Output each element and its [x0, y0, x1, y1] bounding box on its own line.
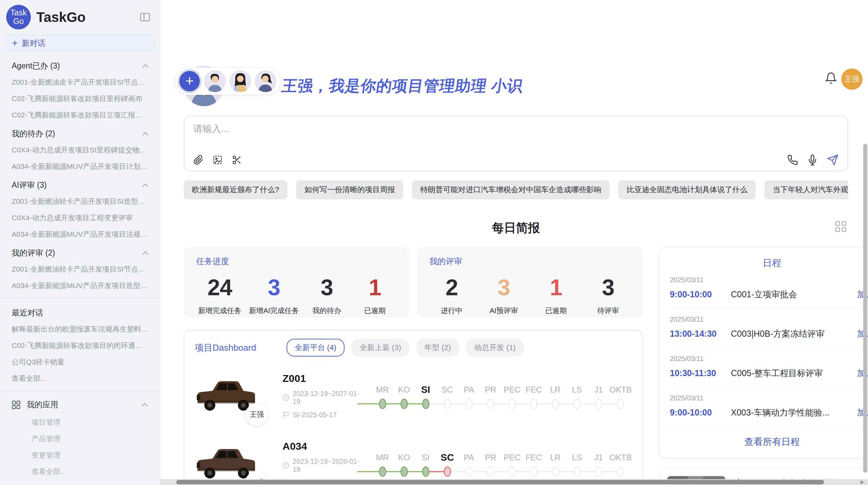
- event-date: 2025/03/11: [670, 315, 868, 323]
- milestone-dot[interactable]: [379, 399, 386, 409]
- sidebar-item-cloud-space[interactable]: 我的云空间: [0, 480, 160, 485]
- suggestion-chip[interactable]: 如何写一份清晰的项目周报: [296, 180, 403, 199]
- suggestion-chip[interactable]: 比亚迪全固态电池计划具体说了什么: [618, 180, 756, 199]
- list-item[interactable]: C0X4-动力总成开发项目SI里程碑提交物检查: [0, 142, 160, 158]
- sidebar-collapse-icon[interactable]: [139, 11, 151, 23]
- section-my-todo[interactable]: 我的待办 (2): [0, 123, 160, 142]
- list-item[interactable]: Z001-全新燃油轻卡产品开发项目SI造型提交物评审: [0, 193, 160, 210]
- app-link-project[interactable]: 项目管理: [0, 414, 160, 431]
- milestone-dot[interactable]: [465, 467, 472, 477]
- app-title: TaskGo: [36, 10, 139, 25]
- section-ai-review[interactable]: AI评审 (3): [0, 175, 160, 193]
- milestone-dot[interactable]: [617, 467, 624, 477]
- milestone-dot[interactable]: [379, 467, 386, 477]
- stat: 3 新增AI完成任务: [249, 274, 299, 315]
- project-owner-badge: 王强: [245, 403, 268, 426]
- stat-label: 已逾期: [355, 306, 395, 315]
- tab-new-body[interactable]: 全新上装 (3): [351, 339, 409, 357]
- milestone-label: KO: [393, 382, 415, 398]
- milestone-dot[interactable]: [552, 399, 559, 409]
- send-icon[interactable]: [827, 154, 839, 166]
- apps-view-all[interactable]: 查看全部...: [0, 463, 160, 480]
- milestone-dot[interactable]: [595, 467, 602, 477]
- milestone-dot[interactable]: [552, 467, 559, 477]
- notifications-bell-icon[interactable]: [825, 72, 837, 86]
- milestone-dot[interactable]: [422, 399, 429, 409]
- milestone-dot[interactable]: [444, 467, 451, 477]
- suggestion-chip[interactable]: 欧洲新规最近颁布了什么?: [184, 180, 287, 199]
- user-avatar[interactable]: 王强: [841, 69, 863, 90]
- suggestion-chip[interactable]: 当下年轻人对汽车外观有怎样的喜好趋势: [764, 180, 848, 199]
- list-item[interactable]: C02-飞腾新能源轻客改款项目的闭环通告反馈情况: [0, 337, 160, 354]
- milestone-dot[interactable]: [508, 399, 516, 409]
- sidebar-item-my-apps[interactable]: 我的应用: [0, 395, 160, 414]
- list-item[interactable]: 公司Q3轻卡销量: [0, 354, 160, 370]
- list-item[interactable]: Z001-全新燃油轻卡产品开发项目SI节点属性5D文件评审: [0, 261, 160, 277]
- phone-call-icon[interactable]: [787, 154, 798, 165]
- plus-icon: +: [12, 38, 17, 48]
- milestone-dot[interactable]: [400, 399, 408, 409]
- list-item[interactable]: A034-全新新能源MUV产品开发项目造型可行性评审: [0, 277, 160, 294]
- milestone-dot[interactable]: [574, 467, 581, 477]
- view-all-schedule-link[interactable]: 查看所有日程: [670, 436, 868, 448]
- scissors-icon[interactable]: [232, 155, 242, 165]
- milestone-dot[interactable]: [422, 467, 429, 477]
- stat: 24 新增完成任务: [198, 274, 241, 315]
- chevron-up-icon: [142, 132, 149, 136]
- avatar[interactable]: [255, 70, 277, 92]
- tab-new-platform[interactable]: 全新平台 (4): [287, 339, 345, 357]
- suggestion-chip[interactable]: 特朗普可能对进口汽车增税会对中国车企造成哪些影响: [412, 180, 610, 199]
- app-link-product[interactable]: 产品管理: [0, 431, 160, 447]
- milestone-dot[interactable]: [617, 399, 624, 409]
- app-logo: Task Go: [6, 5, 31, 29]
- list-item[interactable]: 解释最新出台的欧盟报废车法规再生塑料比例被调至15%...: [0, 321, 160, 337]
- tab-powertrain[interactable]: 动总开发 (1): [466, 339, 524, 357]
- list-item[interactable]: C02-飞腾新能源轻客改款项目里程碑画布: [0, 90, 160, 107]
- recent-view-all[interactable]: 查看全部...: [0, 370, 160, 387]
- milestone-dot[interactable]: [465, 399, 472, 409]
- milestone-label: J1: [588, 449, 610, 466]
- horizontal-scrollbar-thumb[interactable]: [176, 480, 824, 484]
- stat-label: 已逾期: [536, 306, 576, 315]
- layout-grid-icon[interactable]: [835, 221, 846, 232]
- list-item[interactable]: A034-全新新能源MUV产品开发项目计划变更表编写: [0, 158, 160, 175]
- tab-year-model[interactable]: 年型 (2): [416, 339, 459, 357]
- milestone-dot[interactable]: [574, 399, 581, 409]
- stat-value: 3: [588, 274, 628, 300]
- event-time: 10:30-11:30: [670, 368, 731, 378]
- new-chat-button[interactable]: + 新对话: [5, 35, 155, 51]
- add-agent-button[interactable]: +: [179, 70, 201, 92]
- section-my-review[interactable]: 我的评审 (2): [0, 242, 160, 261]
- dashboard-tabs: 全新平台 (4) 全新上装 (3) 年型 (2) 动总开发 (1): [287, 339, 524, 357]
- microphone-icon[interactable]: [807, 154, 818, 165]
- milestone-dot[interactable]: [400, 467, 408, 477]
- vertical-scrollbar-thumb[interactable]: [863, 144, 867, 473]
- list-item[interactable]: Z001-全新燃油皮卡产品开发项目SI节点Lesson Learn报告: [0, 74, 160, 90]
- chevron-up-icon: [141, 402, 148, 407]
- list-item[interactable]: A034-全新新能源MUV产品开发项目法规符合性评审: [0, 226, 160, 242]
- image-icon[interactable]: [213, 155, 223, 165]
- app-link-change[interactable]: 变更管理: [0, 447, 160, 463]
- horizontal-scrollbar[interactable]: [160, 479, 868, 485]
- milestone-dot[interactable]: [530, 399, 537, 409]
- milestone-label: SI: [415, 449, 436, 466]
- chat-input[interactable]: [193, 123, 839, 154]
- milestone-dot[interactable]: [508, 467, 516, 477]
- logo-text-top: Task: [10, 9, 26, 17]
- milestone-dot[interactable]: [444, 399, 451, 409]
- milestone-dot[interactable]: [487, 467, 494, 477]
- avatar[interactable]: [204, 70, 226, 92]
- list-item[interactable]: C0X4-动力总成开发项目工程变更评审: [0, 210, 160, 226]
- card-title: 任务进度: [196, 256, 397, 267]
- clock-icon: [282, 462, 289, 469]
- list-item[interactable]: C02-飞腾新能源轻客改款项目立项汇报方案: [0, 107, 160, 123]
- avatar[interactable]: [229, 70, 251, 92]
- attachment-icon[interactable]: [193, 155, 204, 165]
- milestone-dot[interactable]: [530, 467, 537, 477]
- section-agent-done[interactable]: Agent已办 (3): [0, 55, 160, 74]
- scroll-right-arrow-icon[interactable]: [860, 480, 865, 484]
- milestone-dot[interactable]: [487, 399, 494, 409]
- grid-icon: [12, 400, 21, 409]
- milestone-dot[interactable]: [595, 399, 602, 409]
- milestone-label: OKTB: [610, 449, 632, 466]
